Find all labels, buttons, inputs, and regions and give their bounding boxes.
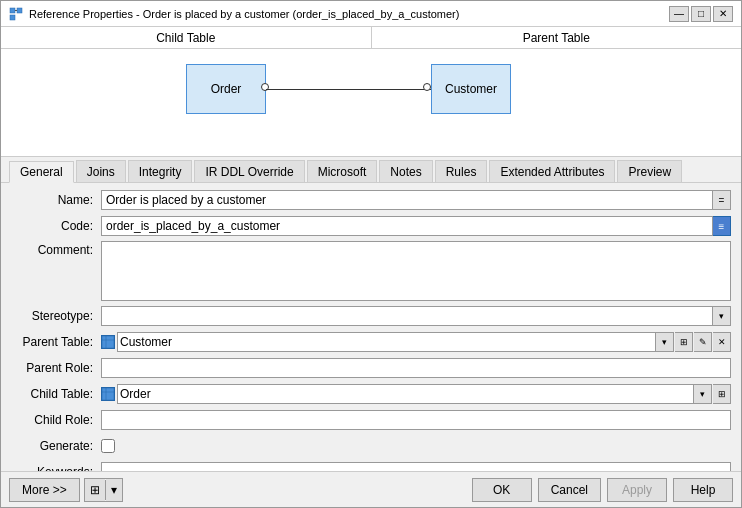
tab-extended-attributes[interactable]: Extended Attributes bbox=[489, 160, 615, 182]
diagram-headers: Child Table Parent Table bbox=[1, 27, 741, 49]
parent-table-row: Parent Table: ▾ ⊞ ✎ ✕ bbox=[11, 331, 731, 353]
code-label: Code: bbox=[11, 219, 101, 233]
parent-table-input[interactable] bbox=[117, 332, 656, 352]
child-table-header: Child Table bbox=[1, 27, 372, 48]
tab-microsoft[interactable]: Microsoft bbox=[307, 160, 378, 182]
parent-table-properties-button[interactable]: ✎ bbox=[694, 332, 712, 352]
stereotype-dropdown-button[interactable]: ▾ bbox=[713, 306, 731, 326]
svg-rect-0 bbox=[10, 8, 15, 13]
cancel-button[interactable]: Cancel bbox=[538, 478, 601, 502]
tab-rules[interactable]: Rules bbox=[435, 160, 488, 182]
connector-dot-right bbox=[423, 83, 431, 91]
code-expand-button[interactable]: ≡ bbox=[713, 216, 731, 236]
tab-joins[interactable]: Joins bbox=[76, 160, 126, 182]
minimize-button[interactable]: — bbox=[669, 6, 689, 22]
parent-table-label: Parent Table: bbox=[11, 335, 101, 349]
parent-role-label: Parent Role: bbox=[11, 361, 101, 375]
close-button[interactable]: ✕ bbox=[713, 6, 733, 22]
child-table-dropdown-button[interactable]: ▾ bbox=[694, 384, 712, 404]
maximize-button[interactable]: □ bbox=[691, 6, 711, 22]
keywords-input[interactable] bbox=[101, 462, 731, 471]
comment-label: Comment: bbox=[11, 241, 101, 257]
child-role-label: Child Role: bbox=[11, 413, 101, 427]
customer-entity-label: Customer bbox=[445, 82, 497, 96]
stereotype-label: Stereotype: bbox=[11, 309, 101, 323]
parent-role-row: Parent Role: bbox=[11, 357, 731, 379]
child-role-row: Child Role: bbox=[11, 409, 731, 431]
tab-general[interactable]: General bbox=[9, 161, 74, 183]
name-label: Name: bbox=[11, 193, 101, 207]
order-entity-label: Order bbox=[211, 82, 242, 96]
parent-table-browse-button[interactable]: ⊞ bbox=[675, 332, 693, 352]
code-input[interactable] bbox=[101, 216, 713, 236]
apply-button[interactable]: Apply bbox=[607, 478, 667, 502]
parent-table-header: Parent Table bbox=[372, 27, 742, 48]
child-table-row: Child Table: ▾ ⊞ bbox=[11, 383, 731, 405]
child-table-icon bbox=[101, 387, 115, 401]
child-role-input[interactable] bbox=[101, 410, 731, 430]
footer-bar: More >> ⊞ ▾ OK Cancel Apply Help bbox=[1, 471, 741, 507]
stereotype-row: Stereotype: ▾ bbox=[11, 305, 731, 327]
main-window: Reference Properties - Order is placed b… bbox=[0, 0, 742, 508]
footer-left: More >> ⊞ ▾ bbox=[9, 478, 123, 502]
window-icon bbox=[9, 7, 23, 21]
name-input[interactable] bbox=[101, 190, 713, 210]
tab-ir-ddl-override[interactable]: IR DDL Override bbox=[194, 160, 304, 182]
name-expand-button[interactable]: = bbox=[713, 190, 731, 210]
svg-rect-4 bbox=[102, 336, 114, 348]
ok-button[interactable]: OK bbox=[472, 478, 532, 502]
keywords-row: Keywords: bbox=[11, 461, 731, 471]
svg-rect-1 bbox=[17, 8, 22, 13]
comment-input[interactable] bbox=[101, 241, 731, 301]
generate-row: Generate: bbox=[11, 435, 731, 457]
tab-notes[interactable]: Notes bbox=[379, 160, 432, 182]
parent-table-dropdown-button[interactable]: ▾ bbox=[656, 332, 674, 352]
options-arrow-button[interactable]: ▾ bbox=[106, 479, 122, 501]
tab-preview[interactable]: Preview bbox=[617, 160, 682, 182]
diagram-area: Child Table Parent Table Order Customer bbox=[1, 27, 741, 157]
code-row: Code: ≡ bbox=[11, 215, 731, 237]
tabs-bar: General Joins Integrity IR DDL Override … bbox=[1, 157, 741, 183]
parent-table-delete-button[interactable]: ✕ bbox=[713, 332, 731, 352]
title-buttons: — □ ✕ bbox=[669, 6, 733, 22]
tab-integrity[interactable]: Integrity bbox=[128, 160, 193, 182]
svg-rect-7 bbox=[102, 388, 114, 400]
child-table-browse-button[interactable]: ⊞ bbox=[713, 384, 731, 404]
order-entity[interactable]: Order bbox=[186, 64, 266, 114]
comment-row: Comment: bbox=[11, 241, 731, 301]
connector-line bbox=[266, 89, 431, 90]
help-button[interactable]: Help bbox=[673, 478, 733, 502]
parent-role-input[interactable] bbox=[101, 358, 731, 378]
options-dropdown-button[interactable]: ⊞ bbox=[85, 479, 105, 501]
form-area: Name: = Code: ≡ Comment: Stereotype: ▾ bbox=[1, 183, 741, 471]
stereotype-select[interactable] bbox=[101, 306, 713, 326]
child-table-input[interactable] bbox=[117, 384, 694, 404]
parent-table-icon bbox=[101, 335, 115, 349]
child-table-label: Child Table: bbox=[11, 387, 101, 401]
generate-checkbox[interactable] bbox=[101, 439, 115, 453]
footer-right: OK Cancel Apply Help bbox=[472, 478, 733, 502]
window-title: Reference Properties - Order is placed b… bbox=[29, 8, 459, 20]
diagram-canvas: Order Customer bbox=[1, 49, 741, 156]
more-button[interactable]: More >> bbox=[9, 478, 80, 502]
name-row: Name: = bbox=[11, 189, 731, 211]
title-bar: Reference Properties - Order is placed b… bbox=[1, 1, 741, 27]
generate-label: Generate: bbox=[11, 439, 101, 453]
customer-entity[interactable]: Customer bbox=[431, 64, 511, 114]
svg-rect-2 bbox=[10, 15, 15, 20]
